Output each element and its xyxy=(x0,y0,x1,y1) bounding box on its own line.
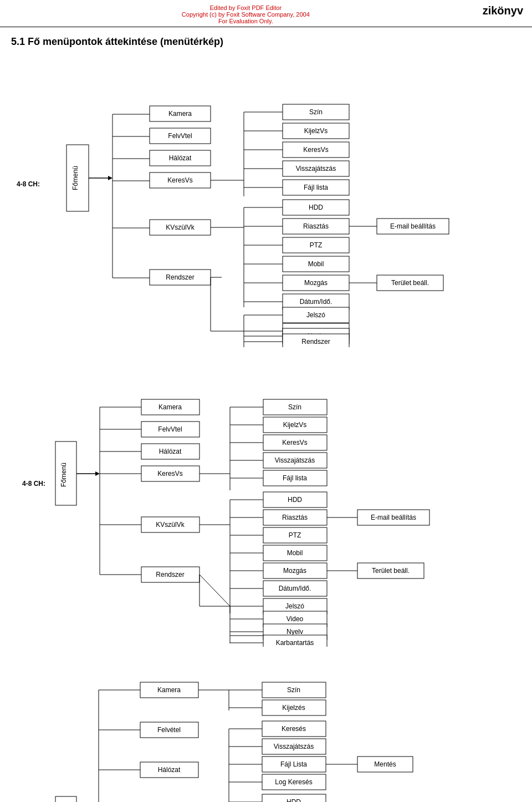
keresVs2-label-4-8: KeresVs xyxy=(303,146,328,154)
felvetel-text-16: Felvétel xyxy=(157,726,181,734)
felvvtel-label-4-8: FelvVtel xyxy=(168,132,192,140)
hdd-label-4-8: HDD xyxy=(309,204,323,211)
mentes-text-16: Mentés xyxy=(374,760,396,768)
email-label-4-8: E-mail beállítás xyxy=(390,222,436,230)
label-4-8ch: 4-8 CH: xyxy=(17,180,40,188)
ptz-text-4-8: PTZ xyxy=(289,531,301,539)
page-header: Edited by Foxit PDF Editor Copyright (c)… xyxy=(0,0,532,27)
halozat-label-4-8: Hálózat xyxy=(169,154,192,162)
riasztas-label-4-8: Riasztás xyxy=(303,222,329,230)
page-title: 5.1 Fő menüpontok áttekintése (menütérké… xyxy=(0,27,532,53)
riasztas-text-4-8: Riasztás xyxy=(282,514,308,521)
fajllista2-text-16: Fájl Lista xyxy=(280,760,307,768)
fajl-lista-label-4-8: Fájl lista xyxy=(304,184,328,191)
video-text-4-8: Video xyxy=(287,615,304,623)
rendszer-label-4-8: Rendszer xyxy=(166,273,194,281)
szin-text-16: Szín xyxy=(287,686,300,694)
datum-label-4-8: Dátum/Idő. xyxy=(300,298,332,306)
szin-label-4-8: Szín xyxy=(309,108,323,116)
fomenu-rect-16 xyxy=(55,796,76,802)
arrowhead-fomenu-4-8 xyxy=(108,176,112,180)
kamera-label-4-8: Kamera xyxy=(168,110,192,118)
main-content: 4-8 CH: Főmenü Kamera FelvVtel Hálózat K… xyxy=(11,353,521,802)
diagram-4-8ch: 4-8 CH: Főmenü Kamera FelvVtel Hálózat K… xyxy=(0,53,532,353)
rendszer-text-4-8: Rendszer xyxy=(156,571,184,578)
svg-4-8ch: 4-8 CH: Főmenü Kamera FelvVtel Hálózat K… xyxy=(11,353,521,647)
fomenu-text-4-8: Főmenü xyxy=(60,463,68,487)
kamera-text-4-8: Kamera xyxy=(158,403,182,411)
terulet-text-4-8: Terület beáll. xyxy=(372,567,410,575)
mozgas-text-4-8: Mozgás xyxy=(283,567,306,575)
kamera-text-16: Kamera xyxy=(157,686,181,694)
mobil-text-4-8: Mobil xyxy=(287,549,303,557)
mozgas-label-4-8: Mozgás xyxy=(304,279,328,287)
visszajatszas2-text-16: Visszajátszás xyxy=(274,743,314,750)
diagram-4-8ch-svg: 4-8 CH: Főmenü Kamera FelvVtel Hálózat K… xyxy=(11,59,521,347)
keresVs-text-4-8: KeresVs xyxy=(157,470,182,478)
rendszer-sub-label-4-8: Rendszer xyxy=(301,338,330,346)
ptz-label-4-8: PTZ xyxy=(310,241,323,249)
nyelv-text-4-8: Nyelv xyxy=(287,628,303,636)
hdd-text-4-8: HDD xyxy=(288,496,302,504)
jelszo-label-4-8: Jelszó xyxy=(306,311,325,319)
visszajatszas-label-4-8: Visszajátszás xyxy=(296,165,336,172)
kijelzVs-label-4-8: KijelzVs xyxy=(304,127,328,135)
felvvtel-text-4-8: FelvVtel xyxy=(158,425,182,433)
keresVs-label-4-8: KeresVs xyxy=(167,176,192,184)
label-4-8ch: 4-8 CH: xyxy=(22,480,45,488)
kvszulvk-text-4-8: KVszülVk xyxy=(156,521,185,529)
keresVs2-text-4-8: KeresVs xyxy=(282,439,307,446)
jelszo-text-4-8: Jelszó xyxy=(285,602,304,610)
szin-text-4-8: Szín xyxy=(288,403,301,411)
kereses2-text-16: Keresés xyxy=(282,725,306,733)
logkereses-text-16: Log Keresés xyxy=(275,778,312,786)
halozat-text-16: Hálózat xyxy=(158,766,181,774)
foxit-notice: Edited by Foxit PDF Editor Copyright (c)… xyxy=(9,4,483,24)
kijelzes-text-16: Kijelzés xyxy=(282,704,305,712)
visszajatszas-text-4-8: Visszajátszás xyxy=(275,456,315,464)
kijelzVs-text-4-8: KijelzVs xyxy=(283,421,307,429)
terulet-label-4-8: Terület beáll. xyxy=(391,279,429,287)
brand-logo: zikönyv xyxy=(483,4,523,17)
karbantartas-text-4-8: Karbantartás xyxy=(276,639,314,647)
fomenu-label-4-8: Főmenü xyxy=(71,166,79,190)
halozat-text-4-8: Hálózat xyxy=(159,448,182,455)
fomenu-arrowhead-4-8 xyxy=(95,471,100,476)
hdd-text-16: HDD xyxy=(287,798,301,802)
h-rendszer-conn-4-8 xyxy=(200,575,230,606)
svg-16ch: 16 CH: Főmenü Kamera Szín Kijelzés Felvé… xyxy=(11,652,521,802)
mobil-label-4-8: Mobil xyxy=(308,260,324,268)
datum-text-4-8: Dátum/Idő. xyxy=(279,585,311,592)
kvszulvk-label-4-8: KVszülVk xyxy=(166,224,195,231)
email-text-4-8: E-mail beállítás xyxy=(371,514,416,521)
fajllista-text-4-8: Fájl lista xyxy=(283,474,307,482)
